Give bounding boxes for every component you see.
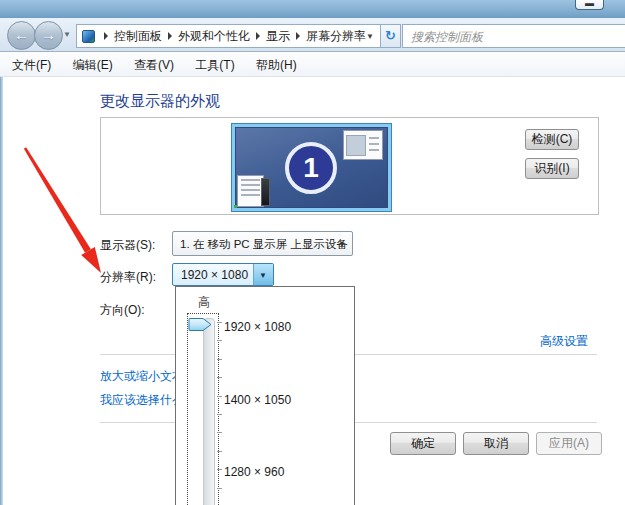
resize-text-link[interactable]: 放大或缩小文本 bbox=[100, 368, 184, 385]
resolution-slider-thumb[interactable] bbox=[188, 317, 214, 332]
breadcrumb-separator-icon bbox=[168, 32, 172, 40]
monitor-thumbnail-window bbox=[343, 130, 383, 160]
breadcrumb-display[interactable]: 显示 bbox=[266, 28, 290, 45]
breadcrumb-control-panel[interactable]: 控制面板 bbox=[114, 28, 162, 45]
menu-file[interactable]: 文件(F) bbox=[3, 57, 60, 74]
breadcrumb-separator-icon bbox=[104, 32, 108, 40]
menu-help[interactable]: 帮助(H) bbox=[247, 57, 306, 74]
resolution-select-value: 1920 × 1080 bbox=[181, 268, 248, 282]
back-arrow-icon: ← bbox=[14, 26, 29, 43]
forward-button[interactable]: → bbox=[34, 21, 63, 50]
back-button[interactable]: ← bbox=[7, 21, 36, 50]
help-link[interactable]: 我应该选择什么 bbox=[100, 392, 184, 409]
resolution-option[interactable]: 1400 × 1050 bbox=[224, 393, 291, 407]
apply-button: 应用(A) bbox=[536, 432, 602, 455]
monitor-start-dot bbox=[234, 205, 237, 208]
breadcrumb-screen-resolution[interactable]: 屏幕分辨率 bbox=[306, 28, 366, 45]
ok-button[interactable]: 确定 bbox=[390, 432, 456, 455]
search-input[interactable]: 搜索控制面板 bbox=[402, 24, 625, 48]
resolution-slider-track[interactable] bbox=[203, 318, 215, 505]
resolution-option[interactable]: 1280 × 960 bbox=[224, 465, 284, 479]
minimize-icon: ▬ bbox=[585, 0, 594, 8]
slider-ticks bbox=[217, 322, 222, 502]
screen-resolution-window: ▬ ← → ▼ 控制面板 外观和个性化 显示 屏幕分辨率 ▼ ↻ 搜索控制面板 … bbox=[0, 0, 625, 505]
slider-high-label: 高 bbox=[198, 294, 210, 311]
window-titlebar bbox=[0, 0, 625, 19]
menu-edit[interactable]: 编辑(E) bbox=[64, 57, 122, 74]
orientation-label: 方向(O): bbox=[100, 302, 145, 319]
identify-button[interactable]: 识别(I) bbox=[525, 158, 579, 179]
chevron-down-icon: ▼ bbox=[259, 271, 267, 280]
breadcrumb-separator-icon bbox=[256, 32, 260, 40]
forward-arrow-icon: → bbox=[41, 26, 56, 43]
window-left-border bbox=[0, 18, 3, 505]
address-chevron-icon[interactable]: ▼ bbox=[366, 32, 374, 41]
display-select[interactable]: 1. 在 移动 PC 显示屏 上显示设备 ▼ bbox=[172, 231, 353, 256]
monitor-thumbnail-window bbox=[237, 175, 264, 207]
display-icon bbox=[82, 30, 95, 43]
display-select-value: 1. 在 移动 PC 显示屏 上显示设备 bbox=[180, 237, 348, 252]
refresh-button[interactable]: ↻ bbox=[381, 24, 401, 48]
cancel-button[interactable]: 取消 bbox=[463, 432, 529, 455]
breadcrumb-separator-icon bbox=[296, 32, 300, 40]
resolution-option[interactable]: 1920 × 1080 bbox=[224, 320, 291, 334]
breadcrumb-appearance[interactable]: 外观和个性化 bbox=[178, 28, 250, 45]
advanced-settings-link[interactable]: 高级设置 bbox=[540, 333, 588, 350]
resolution-dropdown-panel: 高 1920 × 1080 1400 × 1050 1280 × 960 bbox=[175, 286, 355, 505]
chevron-down-icon: ▼ bbox=[338, 240, 346, 249]
history-chevron-icon[interactable]: ▼ bbox=[63, 30, 71, 39]
page-title: 更改显示器的外观 bbox=[100, 92, 220, 111]
resolution-label: 分辨率(R): bbox=[100, 269, 156, 286]
minimize-button[interactable]: ▬ bbox=[575, 0, 604, 10]
menu-bar: 文件(F) 编辑(E) 查看(V) 工具(T) 帮助(H) bbox=[0, 52, 625, 77]
refresh-icon: ↻ bbox=[385, 28, 396, 43]
address-bar[interactable]: 控制面板 外观和个性化 显示 屏幕分辨率 ▼ bbox=[76, 24, 381, 48]
monitor-number-badge: 1 bbox=[285, 142, 337, 194]
resolution-select[interactable]: 1920 × 1080 ▼ bbox=[172, 263, 274, 286]
search-placeholder: 搜索控制面板 bbox=[411, 29, 625, 46]
display-label: 显示器(S): bbox=[100, 237, 155, 254]
detect-button[interactable]: 检测(C) bbox=[525, 129, 579, 150]
menu-view[interactable]: 查看(V) bbox=[125, 57, 183, 74]
menu-tools[interactable]: 工具(T) bbox=[186, 57, 243, 74]
